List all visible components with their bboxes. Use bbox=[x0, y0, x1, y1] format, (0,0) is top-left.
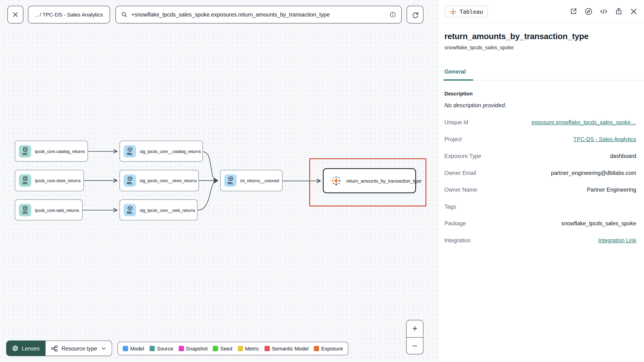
metric-swatch bbox=[238, 346, 243, 351]
owner-name-value: Partner Engineering bbox=[587, 187, 636, 193]
field-row-owner-name: Owner Name Partner Engineering bbox=[444, 182, 636, 199]
panel-tabs: General bbox=[444, 68, 644, 81]
lineage-node-source-web-returns[interactable]: SRC tpcds_core.web_returns bbox=[15, 199, 82, 220]
field-row-project: Project TPC-DS - Sales Analytics bbox=[444, 131, 636, 148]
node-label: stg_tpcds_core__store_returns bbox=[140, 178, 196, 183]
lineage-node-stg-catalog-returns[interactable]: MDL stg_tpcds_core__catalog_returns bbox=[120, 141, 203, 162]
refresh-lineage-button[interactable] bbox=[406, 6, 424, 23]
exposure-swatch bbox=[314, 346, 320, 351]
source-node-badge: SRC bbox=[19, 174, 31, 187]
legend-item-semantic-model: Semantic Model bbox=[264, 346, 308, 351]
model-node-badge: MDL bbox=[224, 174, 236, 187]
model-node-badge: MDL bbox=[124, 145, 136, 157]
lineage-node-stg-store-returns[interactable]: MDL stg_tpcds_core__store_returns bbox=[120, 170, 199, 191]
field-row-integration: Integration Integration Link bbox=[444, 232, 636, 249]
cube-icon bbox=[228, 176, 233, 182]
lineage-node-exposure-return-amounts[interactable]: return_amounts_by_transaction_type bbox=[323, 168, 416, 193]
lineage-search-bar bbox=[115, 6, 402, 23]
legend-item-model: Model bbox=[123, 346, 144, 351]
snapshot-swatch bbox=[178, 346, 184, 351]
lineage-node-stg-web-returns[interactable]: MDL stg_tpcds_core__web_returns bbox=[120, 199, 198, 220]
open-external-icon[interactable] bbox=[570, 7, 578, 15]
lineage-node-source-store-returns[interactable]: SRC tpcds_core.store_returns bbox=[15, 170, 84, 191]
resource-type-dropdown[interactable]: Resource type bbox=[46, 340, 112, 356]
node-package-subtitle: snowflake_tpcds_sales_spoke bbox=[444, 45, 644, 50]
model-node-badge: MDL bbox=[124, 174, 136, 187]
breadcrumb[interactable]: .. / TPC-DS - Sales Analytics bbox=[28, 6, 110, 23]
search-input[interactable] bbox=[131, 12, 386, 18]
owner-email-value: partner_engineering@dbtlabs.com bbox=[551, 170, 636, 176]
database-icon bbox=[22, 147, 28, 152]
legend-item-exposure: Exposure bbox=[314, 346, 343, 351]
node-details-panel: Tableau bbox=[439, 0, 644, 362]
refresh-icon bbox=[412, 11, 419, 18]
close-lineage-button[interactable] bbox=[7, 6, 23, 23]
model-swatch bbox=[123, 346, 128, 351]
sitemap-icon bbox=[51, 345, 58, 352]
exposure-type-value: dashboard bbox=[610, 153, 636, 159]
details-panel-body: return_amounts_by_transaction_type snowf… bbox=[439, 32, 644, 249]
node-label: return_amounts_by_transaction_type bbox=[346, 178, 421, 183]
canvas-zoom-control: + − bbox=[406, 320, 424, 355]
node-title: return_amounts_by_transaction_type bbox=[444, 32, 644, 41]
legend-item-seed: Seed bbox=[213, 346, 232, 351]
legend-item-snapshot: Snapshot bbox=[178, 346, 208, 351]
close-icon bbox=[12, 11, 19, 18]
node-label: int_returns__unioned bbox=[240, 178, 279, 183]
node-label: stg_tpcds_core__catalog_returns bbox=[140, 149, 201, 154]
field-row-tags: Tags bbox=[444, 198, 636, 215]
close-panel-icon[interactable] bbox=[630, 7, 638, 16]
description-label: Description bbox=[444, 91, 644, 97]
project-link[interactable]: TPC-DS - Sales Analytics bbox=[574, 136, 636, 142]
cube-icon bbox=[127, 176, 132, 182]
integration-badge: Tableau bbox=[445, 6, 488, 17]
chevron-down-icon bbox=[101, 346, 106, 351]
panel-action-icons bbox=[570, 7, 638, 16]
zoom-in-button[interactable]: + bbox=[406, 320, 423, 337]
source-node-badge: SRC bbox=[19, 145, 31, 157]
node-label: tpcds_core.web_returns bbox=[35, 207, 79, 212]
details-panel-header: Tableau bbox=[439, 0, 644, 23]
dbt-explorer-lineage-view: SRC tpcds_core.catalog_returns SRC tpcds… bbox=[0, 0, 644, 362]
source-swatch bbox=[150, 346, 155, 351]
database-icon bbox=[22, 206, 28, 211]
explore-icon[interactable] bbox=[584, 7, 593, 16]
field-row-package: Package snowflake_tpcds_sales_spoke bbox=[444, 215, 636, 232]
model-node-badge: MDL bbox=[124, 204, 136, 216]
source-node-badge: SRC bbox=[19, 204, 31, 216]
node-label: tpcds_core.catalog_returns bbox=[35, 149, 85, 154]
field-row-owner-email: Owner Email partner_engineering@dbtlabs.… bbox=[444, 164, 636, 182]
zoom-out-button[interactable]: − bbox=[406, 337, 423, 354]
unique-id-link[interactable]: exposure.snowflake_tpcds_sales_spoke… bbox=[532, 119, 636, 125]
info-icon[interactable] bbox=[389, 11, 396, 18]
database-icon bbox=[22, 176, 28, 182]
details-fields: Unique Id exposure.snowflake_tpcds_sales… bbox=[444, 114, 644, 249]
lineage-canvas[interactable]: SRC tpcds_core.catalog_returns SRC tpcds… bbox=[0, 0, 439, 362]
field-row-unique-id: Unique Id exposure.snowflake_tpcds_sales… bbox=[444, 114, 636, 131]
cube-icon bbox=[127, 206, 132, 211]
legend-item-metric: Metric bbox=[238, 346, 259, 351]
tableau-logo-icon bbox=[450, 8, 456, 15]
resource-type-legend: Model Source Snapshot Seed Metric Semant… bbox=[118, 342, 348, 355]
lineage-node-int-returns-unioned[interactable]: MDL int_returns__unioned bbox=[220, 170, 282, 191]
lenses-aperture-icon bbox=[12, 345, 18, 352]
canvas-bottom-controls: Lenses Resource type bbox=[6, 340, 112, 356]
package-value: snowflake_tpcds_sales_spoke bbox=[562, 220, 636, 227]
node-label: tpcds_core.store_returns bbox=[35, 178, 80, 183]
integration-link[interactable]: Integration Link bbox=[598, 237, 636, 243]
semantic-model-swatch bbox=[264, 346, 270, 351]
cube-icon bbox=[127, 147, 132, 152]
field-row-exposure-type: Exposure Type dashboard bbox=[444, 147, 636, 164]
description-empty-text: No description provided. bbox=[444, 102, 644, 109]
search-icon bbox=[121, 11, 128, 18]
legend-item-source: Source bbox=[150, 346, 173, 351]
lineage-node-source-catalog-returns[interactable]: SRC tpcds_core.catalog_returns bbox=[15, 141, 88, 162]
tab-general[interactable]: General bbox=[444, 68, 473, 81]
code-icon[interactable] bbox=[600, 7, 608, 16]
share-icon[interactable] bbox=[615, 7, 622, 15]
node-label: stg_tpcds_core__web_returns bbox=[140, 207, 195, 212]
seed-swatch bbox=[213, 346, 218, 351]
tableau-logo-icon bbox=[331, 175, 341, 186]
lenses-button[interactable]: Lenses bbox=[6, 340, 46, 356]
